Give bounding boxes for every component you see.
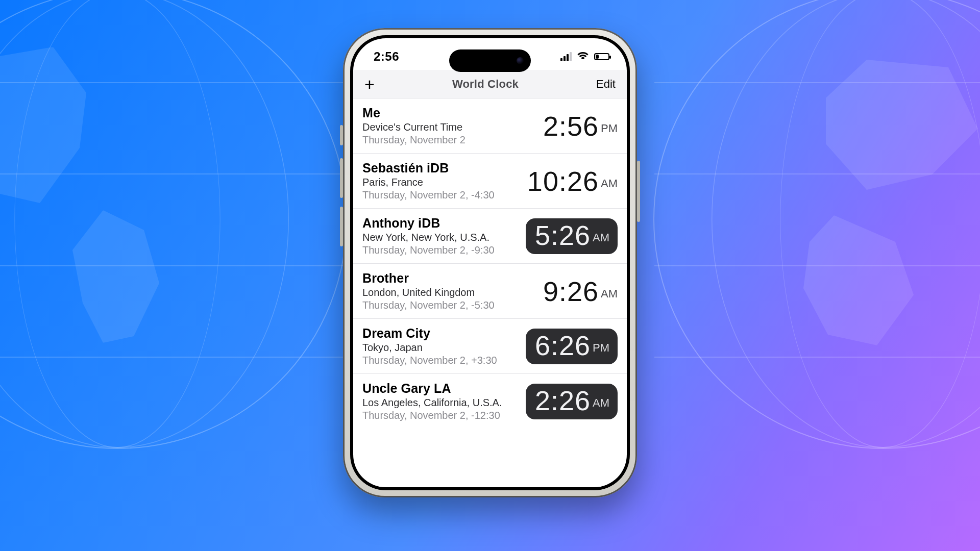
entry-time: 10:26 bbox=[527, 167, 599, 195]
statusbar-time: 2:56 bbox=[374, 49, 399, 64]
world-clock-list[interactable]: MeDevice's Current TimeThursday, Novembe… bbox=[353, 98, 627, 429]
entry-location: Los Angeles, California, U.S.A. bbox=[362, 397, 520, 409]
entry-name: Dream City bbox=[362, 326, 520, 341]
wifi-icon bbox=[577, 52, 589, 61]
globe-decoration-right bbox=[653, 0, 980, 449]
entry-ampm: AM bbox=[593, 231, 609, 244]
cellular-icon bbox=[560, 52, 572, 61]
entry-location: Paris, France bbox=[362, 177, 521, 188]
time-display: 2:56PM bbox=[543, 112, 618, 140]
world-clock-row[interactable]: Sebastién iDBParis, FranceThursday, Nove… bbox=[353, 154, 627, 209]
edit-button[interactable]: Edit bbox=[596, 78, 616, 91]
entry-meta: Thursday, November 2, -12:30 bbox=[362, 410, 520, 421]
entry-name: Brother bbox=[362, 271, 537, 286]
entry-time: 9:26 bbox=[543, 278, 599, 305]
dynamic-island bbox=[449, 49, 531, 72]
entry-location: London, United Kingdom bbox=[362, 287, 537, 298]
entry-name: Uncle Gary LA bbox=[362, 381, 520, 396]
add-button[interactable]: + bbox=[364, 76, 375, 93]
entry-meta: Thursday, November 2 bbox=[362, 134, 537, 146]
world-clock-row[interactable]: Anthony iDBNew York, New York, U.S.A.Thu… bbox=[353, 209, 627, 264]
battery-icon bbox=[594, 53, 609, 60]
entry-meta: Thursday, November 2, -9:30 bbox=[362, 244, 520, 256]
entry-ampm: AM bbox=[601, 177, 618, 190]
entry-location: Tokyo, Japan bbox=[362, 342, 520, 354]
entry-time: 5:26 bbox=[535, 221, 591, 249]
world-clock-row[interactable]: MeDevice's Current TimeThursday, Novembe… bbox=[353, 98, 627, 154]
nav-bar: + World Clock Edit bbox=[353, 70, 627, 98]
world-clock-row[interactable]: Dream CityTokyo, JapanThursday, November… bbox=[353, 319, 627, 374]
entry-time: 2:56 bbox=[543, 112, 599, 140]
plus-icon: + bbox=[364, 74, 375, 94]
phone-screen: 2:56 + World Clock Edit MeDevice's Curre… bbox=[353, 38, 627, 487]
entry-ampm: AM bbox=[593, 396, 609, 410]
time-pill: 6:26PM bbox=[526, 329, 618, 364]
globe-decoration-left bbox=[0, 0, 347, 449]
time-display: 9:26AM bbox=[543, 278, 618, 305]
entry-meta: Thursday, November 2, +3:30 bbox=[362, 355, 520, 366]
world-clock-row[interactable]: Uncle Gary LALos Angeles, California, U.… bbox=[353, 374, 627, 429]
world-clock-row[interactable]: BrotherLondon, United KingdomThursday, N… bbox=[353, 264, 627, 319]
entry-location: New York, New York, U.S.A. bbox=[362, 232, 520, 243]
time-display: 10:26AM bbox=[527, 167, 618, 195]
entry-time: 2:26 bbox=[535, 387, 591, 414]
entry-name: Anthony iDB bbox=[362, 216, 520, 231]
nav-title: World Clock bbox=[452, 78, 519, 91]
entry-time: 6:26 bbox=[535, 332, 591, 359]
phone-frame: 2:56 + World Clock Edit MeDevice's Curre… bbox=[343, 28, 637, 497]
entry-ampm: PM bbox=[593, 341, 609, 355]
time-pill: 5:26AM bbox=[526, 218, 618, 254]
entry-name: Sebastién iDB bbox=[362, 161, 521, 176]
entry-ampm: AM bbox=[601, 287, 618, 300]
entry-location: Device's Current Time bbox=[362, 121, 537, 133]
time-pill: 2:26AM bbox=[526, 384, 618, 419]
entry-meta: Thursday, November 2, -5:30 bbox=[362, 299, 537, 311]
entry-ampm: PM bbox=[601, 122, 618, 135]
entry-name: Me bbox=[362, 106, 537, 120]
entry-meta: Thursday, November 2, -4:30 bbox=[362, 189, 521, 201]
